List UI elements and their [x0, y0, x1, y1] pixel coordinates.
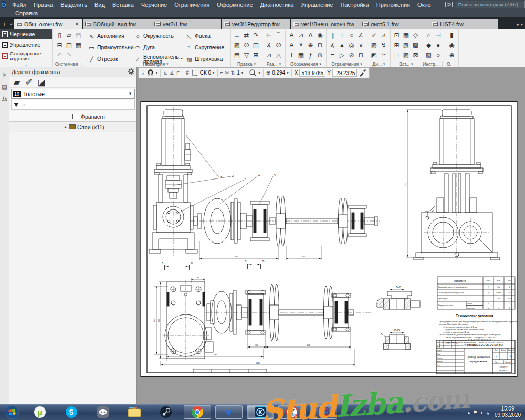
menu-help[interactable]: Справка	[12, 10, 41, 16]
toolbar-icon[interactable]: ▱	[65, 30, 74, 40]
toolbar-icon[interactable]: ▦	[402, 30, 411, 40]
toolbar-icon[interactable]: ∅	[274, 40, 284, 50]
zoom-value[interactable]: 0.294	[272, 70, 285, 76]
toolbar-icon[interactable]: ▧	[402, 40, 411, 50]
menu-edit[interactable]: Правка	[30, 2, 57, 8]
eyedropper-icon[interactable]	[359, 69, 366, 77]
toolbar-icon[interactable]: T	[287, 50, 297, 60]
toolbar-icon[interactable]: ◇	[411, 30, 421, 40]
toolbar-icon[interactable]: ▷	[338, 50, 347, 60]
taskbar-steam[interactable]	[150, 404, 182, 420]
menu-panel-icon[interactable]: ≡	[3, 108, 6, 114]
toolbar-grip[interactable]: ⣿	[141, 70, 145, 75]
toolbar-icon[interactable]: ▯	[55, 30, 65, 40]
toolbar-icon[interactable]: ▦	[74, 40, 83, 50]
menu-constraints[interactable]: Ограничения	[171, 2, 213, 8]
menu-drawing[interactable]: Черчение	[138, 2, 171, 8]
menu-view[interactable]: Вид	[91, 2, 109, 8]
chevron-down-icon[interactable]: ▾	[287, 71, 289, 75]
tree-panel-icon[interactable]: ⊧	[3, 71, 6, 78]
toolbar-icon[interactable]: ▨	[370, 40, 379, 50]
toolbar-icon[interactable]: ▮	[447, 30, 457, 40]
toolbar-icon[interactable]: ∠	[356, 30, 366, 40]
menu-settings[interactable]: Настройка	[337, 2, 373, 8]
toolbar-icon[interactable]: ○	[434, 50, 443, 60]
toolbar-icon[interactable]: Λ	[306, 30, 316, 40]
toolbar-icon[interactable]: ◩	[370, 50, 379, 60]
toolbar-icon[interactable]: ⊿	[379, 30, 388, 40]
toolbar-icon[interactable]: ▨	[233, 40, 242, 50]
toolbar-icon[interactable]: ⌂	[424, 30, 434, 40]
toolbar-icon[interactable]: ≏	[379, 50, 388, 60]
tools-icon-grid[interactable]: ⌂⊣◆●▧○	[422, 30, 445, 60]
toolbar-icon[interactable]: ▩	[411, 40, 421, 50]
layout-icon-grid[interactable]: ▮◉⊕	[445, 30, 458, 60]
dimensions-icon-grid[interactable]: ⊢⌒∡∅⊿△	[262, 30, 285, 60]
image-view-icon[interactable]: ◪	[38, 77, 46, 87]
toolbar-icon[interactable]: ⊡	[392, 30, 402, 40]
toolbar-icon[interactable]: ⊿	[265, 50, 274, 60]
menu-file[interactable]: Файл	[8, 2, 30, 8]
x-coordinate-field[interactable]: 513.9765	[299, 69, 326, 77]
tab-close-icon[interactable]: ✕	[74, 21, 80, 27]
toolbar-icon[interactable]: ↶	[55, 50, 65, 60]
tab-list5-1[interactable]: лист5.1.frw	[360, 19, 429, 29]
toolbar-icon[interactable]: ⊞	[251, 50, 261, 60]
tab-ver1-vnesh[interactable]: ver1\Внеш_оконч.frw	[291, 19, 360, 29]
menu-window[interactable]: Окно	[414, 2, 435, 8]
taskbar-health-app[interactable]: ♥	[215, 405, 243, 419]
toolbar-icon[interactable]: ◆	[424, 40, 434, 50]
tab-ver3-reduktor[interactable]: ver3\1Редуктор.frw	[222, 19, 290, 29]
taskbar-utorrent[interactable]: µ	[24, 404, 56, 420]
toolbar-icon[interactable]: ∡	[328, 40, 338, 50]
taskbar-clock[interactable]: 15:09 09.03.2020	[492, 406, 525, 418]
toolbar-icon[interactable]: ⊥	[338, 30, 347, 40]
toolbar-icon[interactable]: ▤	[233, 50, 242, 60]
taskbar-winrar[interactable]	[310, 405, 337, 419]
zoom-scale-icon[interactable]: ⊕	[266, 70, 270, 76]
toolbar-icon[interactable]: ▲	[338, 40, 347, 50]
toolbar-icon[interactable]: ⊢	[265, 30, 274, 40]
insert-icon-grid[interactable]: ⊡▦◇⊞▧▩□▨⊠	[391, 30, 422, 60]
menu-applications[interactable]: Приложения	[373, 2, 414, 8]
snap-angle-icon[interactable]: ∡	[170, 70, 174, 76]
toolbar-icon[interactable]: ⊟	[55, 40, 65, 50]
taskbar-kompas-active[interactable]: K	[247, 405, 274, 419]
chevron-down-icon[interactable]: ▾	[213, 71, 215, 75]
tray-volume-icon[interactable]: ◖	[480, 410, 484, 415]
menu-management[interactable]: Управление	[297, 2, 337, 8]
coordinate-system-value[interactable]: СК 0	[200, 70, 211, 76]
toolbar-icon[interactable]: ⊣	[434, 30, 443, 40]
line-weight-combo[interactable]: 10 Толстые ▼	[11, 89, 135, 99]
layer-select-icon[interactable]: ✐	[25, 77, 32, 87]
toolbar-icon[interactable]: ○	[347, 30, 356, 40]
tab-5obschiy-vid[interactable]: 5Общий_вид.frw	[83, 19, 152, 29]
current-layer-value[interactable]: 1	[237, 70, 240, 76]
toolbar-icon[interactable]: ↷	[65, 50, 74, 60]
tab-list-button[interactable]: ▾	[521, 22, 523, 27]
start-button[interactable]	[0, 404, 24, 420]
expand-arrow-icon[interactable]: ▸	[65, 124, 69, 129]
toolbar-icon[interactable]: А	[287, 30, 297, 40]
toolbar-icon[interactable]: ⊿	[297, 30, 306, 40]
tool-arc[interactable]: ◠Дуга	[134, 42, 185, 54]
tree-filter[interactable]: ⌕	[11, 100, 135, 110]
toolbar-icon[interactable]: =	[328, 50, 338, 60]
menu-diagnostics[interactable]: Диагностика	[257, 2, 298, 8]
taskbar-skype[interactable]: S	[56, 404, 87, 420]
variables-panel-icon[interactable]: fx	[2, 96, 7, 102]
toolbar-icon[interactable]: ◫	[251, 40, 261, 50]
zoom-area-icon[interactable]	[249, 69, 257, 77]
toolbar-icon[interactable]: ⊞	[392, 40, 402, 50]
toolbar-icon[interactable]: ⊓	[356, 50, 366, 60]
toolbar-icon[interactable]: ∨	[356, 40, 366, 50]
tree-item-fragment[interactable]: Фрагмент	[9, 111, 136, 122]
tray-network-icon[interactable]: ⣦	[486, 410, 490, 415]
toolbar-icon[interactable]: ⊕	[447, 50, 457, 60]
toolbar-icon[interactable]: A	[287, 40, 297, 50]
parameters-panel-icon[interactable]: ▤	[2, 83, 7, 90]
tab-obsch-okonch[interactable]: Общ_оконч.frw ✕	[14, 19, 82, 29]
toolbar-icon[interactable]: ◉	[316, 30, 325, 40]
tray-show-hidden-icon[interactable]: ▴	[468, 410, 470, 415]
toolbar-icon[interactable]: ◉	[447, 40, 457, 50]
